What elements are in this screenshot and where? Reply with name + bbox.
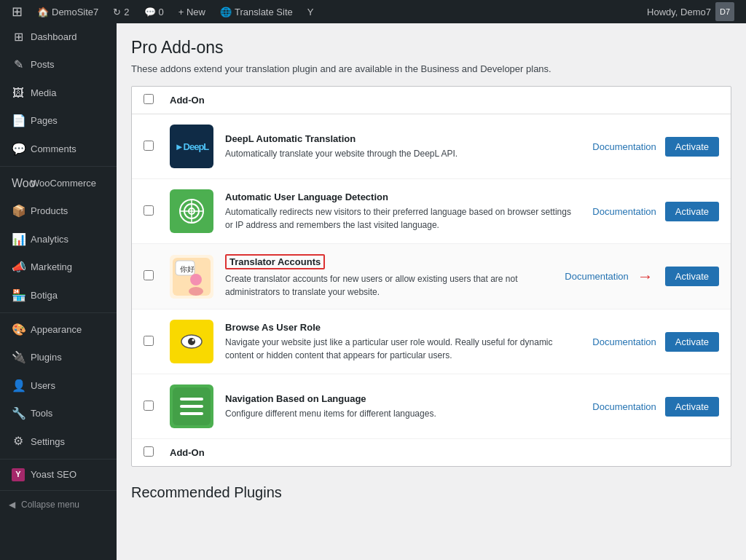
translate-site-button[interactable]: 🌐 Translate Site	[214, 0, 299, 23]
table-row: 你好 Translator Accounts Create translator…	[132, 244, 731, 309]
footer-checkbox[interactable]	[144, 446, 154, 457]
new-label: + New	[178, 7, 205, 17]
nav-lang-actions: Documentation Activate	[592, 397, 719, 417]
sidebar-label-comments: Comments	[31, 143, 76, 156]
plugins-icon: 🔌	[12, 350, 25, 366]
sidebar-item-yoast[interactable]: Y Yoast SEO	[0, 462, 117, 487]
nav-lang-activate-button[interactable]: Activate	[665, 397, 719, 417]
translator-info: Translator Accounts Create translator ac…	[225, 254, 553, 299]
comments-nav-icon: 💬	[12, 141, 25, 157]
sidebar-item-woocommerce[interactable]: Woo WooCommerce	[0, 170, 117, 197]
browse-role-activate-button[interactable]: Activate	[665, 332, 719, 352]
howdy-section[interactable]: Howdy, Demo7 D7	[641, 2, 740, 21]
comments-icon: 💬	[144, 7, 156, 17]
table-row: Automatic User Language Detection Automa…	[132, 179, 731, 244]
sidebar-item-pages[interactable]: 📄 Pages	[0, 107, 117, 135]
collapse-label: Collapse menu	[21, 500, 79, 510]
yoast-icon: Y	[307, 7, 314, 17]
header-checkbox[interactable]	[144, 94, 154, 104]
wp-logo-icon: ⊞	[12, 4, 23, 20]
table-footer-row: Add-On	[132, 439, 731, 466]
translator-checkbox[interactable]	[144, 270, 154, 280]
translator-doc-link[interactable]: Documentation	[565, 271, 628, 282]
browse-role-info: Browse As User Role Navigate your websit…	[225, 322, 581, 362]
sidebar-label-plugins: Plugins	[31, 351, 62, 364]
browse-checkbox[interactable]	[144, 336, 154, 346]
browse-role-desc: Navigate your website just like a partic…	[225, 336, 581, 362]
nav-lang-info: Navigation Based on Language Configure d…	[225, 393, 581, 420]
collapse-icon: ◀	[9, 500, 15, 510]
deepl-checkbox[interactable]	[144, 141, 154, 151]
lang-detect-actions: Documentation Activate	[592, 202, 719, 221]
nav-lang-doc-link[interactable]: Documentation	[592, 401, 656, 412]
sidebar-item-dashboard[interactable]: ⊞ Dashboard	[0, 23, 117, 51]
svg-point-9	[189, 287, 203, 296]
translate-icon: 🌐	[220, 7, 232, 17]
translator-checkbox-container	[144, 270, 158, 283]
lang-detect-info: Automatic User Language Detection Automa…	[225, 192, 581, 232]
translator-actions: Documentation → Activate	[565, 267, 719, 286]
nav-lang-checkbox-container	[144, 401, 158, 413]
svg-text:你好: 你好	[180, 265, 195, 273]
sidebar-label-yoast: Yoast SEO	[31, 468, 76, 481]
nav-lang-checkbox[interactable]	[144, 401, 154, 411]
sidebar-label-woocommerce: WooCommerce	[31, 177, 96, 190]
lang-checkbox[interactable]	[144, 205, 154, 216]
sidebar-label-posts: Posts	[31, 58, 55, 71]
comments-button[interactable]: 💬 0	[138, 0, 170, 23]
sidebar-item-comments[interactable]: 💬 Comments	[0, 135, 117, 163]
lang-detect-doc-link[interactable]: Documentation	[592, 206, 656, 217]
sidebar-item-marketing[interactable]: 📣 Marketing	[0, 253, 117, 281]
products-icon: 📦	[12, 203, 25, 219]
table-header-row: Add-On	[132, 87, 731, 114]
sidebar: ⊞ Dashboard ✎ Posts 🖼 Media 📄 Pages 💬 Co…	[0, 23, 117, 560]
svg-point-13	[192, 339, 195, 342]
lang-detect-activate-button[interactable]: Activate	[665, 202, 719, 221]
wp-logo-button[interactable]: ⊞	[6, 0, 28, 23]
sidebar-item-posts[interactable]: ✎ Posts	[0, 51, 117, 79]
sidebar-item-products[interactable]: 📦 Products	[0, 197, 117, 225]
sidebar-item-tools[interactable]: 🔧 Tools	[0, 400, 117, 427]
sidebar-label-tools: Tools	[31, 407, 52, 420]
deepl-doc-link[interactable]: Documentation	[592, 141, 656, 152]
header-label: Add-On	[170, 95, 205, 106]
page-title: Pro Add-ons	[131, 38, 731, 58]
analytics-icon: 📊	[12, 232, 25, 248]
sidebar-item-settings[interactable]: ⚙ Settings	[0, 427, 117, 455]
posts-icon: ✎	[12, 57, 25, 73]
sidebar-item-botiga[interactable]: 🏪 Botiga	[0, 282, 117, 309]
pages-icon: 📄	[12, 113, 25, 129]
new-button[interactable]: + New	[173, 0, 211, 23]
browse-role-name: Browse As User Role	[225, 322, 581, 333]
home-icon: 🏠	[37, 7, 49, 17]
svg-point-12	[188, 338, 195, 345]
collapse-menu-button[interactable]: ◀ Collapse menu	[0, 494, 117, 516]
sidebar-item-media[interactable]: 🖼 Media	[0, 79, 117, 107]
updates-button[interactable]: ↻ 2	[107, 0, 135, 23]
footer-checkbox-container	[144, 446, 158, 459]
site-name-button[interactable]: 🏠 DemoSite7	[31, 0, 104, 23]
avatar: D7	[715, 2, 734, 21]
sidebar-item-analytics[interactable]: 📊 Analytics	[0, 226, 117, 253]
sidebar-item-users[interactable]: 👤 Users	[0, 372, 117, 400]
woocommerce-icon: Woo	[12, 176, 25, 192]
sidebar-item-appearance[interactable]: 🎨 Appearance	[0, 316, 117, 344]
svg-rect-16	[180, 405, 203, 408]
deepl-activate-button[interactable]: Activate	[665, 137, 719, 157]
yoast-button[interactable]: Y	[302, 0, 320, 23]
sidebar-label-botiga: Botiga	[31, 289, 58, 302]
browse-role-doc-link[interactable]: Documentation	[592, 336, 656, 347]
svg-point-8	[190, 274, 202, 285]
translator-activate-button[interactable]: Activate	[665, 267, 719, 286]
sidebar-label-analytics: Analytics	[31, 233, 68, 246]
howdy-text: Howdy, Demo7	[647, 7, 711, 17]
deepl-desc: Automatically translate your website thr…	[225, 147, 581, 160]
footer-label: Add-On	[170, 447, 205, 458]
header-checkbox-container	[144, 94, 158, 106]
media-icon: 🖼	[12, 85, 25, 101]
nav-lang-desc: Configure different menu items for diffe…	[225, 407, 581, 420]
browse-checkbox-container	[144, 336, 158, 348]
translate-site-label: Translate Site	[235, 7, 293, 17]
comments-count: 0	[159, 7, 164, 17]
sidebar-item-plugins[interactable]: 🔌 Plugins	[0, 344, 117, 371]
